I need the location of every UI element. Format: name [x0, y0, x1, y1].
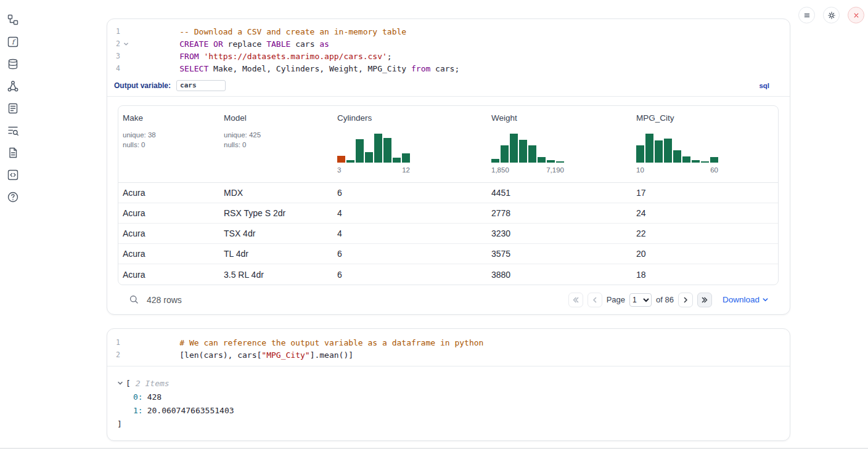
cell-model: TSX 4dr — [219, 229, 333, 238]
code-editor[interactable]: 1 -- Download a CSV and create an in-mem… — [107, 19, 790, 75]
column-label: MPG_City — [636, 113, 774, 123]
hamburger-icon — [802, 10, 812, 20]
next-page-button[interactable] — [678, 293, 693, 307]
last-page-button[interactable] — [697, 293, 712, 307]
left-toolbar: f — [0, 0, 26, 203]
document-icon — [7, 147, 19, 159]
sidebar-item-variables[interactable]: f — [7, 36, 19, 48]
histogram-bar[interactable] — [501, 145, 509, 163]
histogram-bar[interactable] — [346, 160, 354, 163]
histogram-bars[interactable] — [491, 129, 564, 163]
prev-page-button[interactable] — [588, 293, 602, 307]
code-token: SELECT — [179, 64, 208, 73]
table-row[interactable]: Acura MDX 6 4451 17 — [118, 183, 778, 203]
chevrons-left-icon — [572, 296, 579, 304]
histogram-bar[interactable] — [682, 156, 690, 163]
histogram-bar[interactable] — [664, 139, 672, 163]
network-graph-icon — [7, 80, 19, 92]
shutdown-button[interactable] — [848, 7, 864, 23]
histogram-bar[interactable] — [519, 140, 527, 163]
table-row[interactable]: Acura TSX 4dr 4 3230 22 — [118, 224, 778, 244]
settings-button[interactable] — [823, 7, 840, 23]
column-header-mpg-city[interactable]: MPG_City 10 60 — [632, 113, 778, 175]
chevrons-right-icon — [701, 296, 708, 304]
cell-mpg-city: 17 — [632, 188, 778, 198]
line-number: 2 — [112, 39, 120, 48]
collapse-toggle[interactable] — [117, 380, 125, 386]
language-badge[interactable]: sql — [759, 82, 769, 89]
cell-weight: 3880 — [487, 270, 632, 280]
table-header: Make unique: 38 nulls: 0 Model unique: 4… — [118, 106, 778, 183]
page-select[interactable]: 1 — [629, 293, 652, 307]
cell-weight: 2778 — [487, 208, 632, 218]
code-line[interactable]: 4 SELECT Make, Model, Cylinders, Weight,… — [107, 62, 790, 75]
data-table: Make unique: 38 nulls: 0 Model unique: 4… — [118, 105, 779, 285]
histogram-bar[interactable] — [402, 153, 410, 163]
code-token: ].mean()] — [310, 350, 353, 360]
download-button[interactable]: Download — [723, 295, 769, 304]
code-token: "MPG_City" — [261, 350, 309, 360]
sidebar-item-datasources[interactable] — [7, 58, 19, 70]
cell-cylinders: 4 — [333, 229, 487, 238]
cell-weight: 3230 — [487, 229, 632, 238]
chevron-right-icon — [682, 296, 689, 304]
sidebar-item-snippets[interactable] — [7, 169, 19, 181]
histogram-bars[interactable] — [636, 129, 718, 163]
cell-mpg-city: 22 — [632, 229, 778, 238]
histogram-bar[interactable] — [692, 160, 700, 163]
sidebar-item-help[interactable] — [7, 191, 19, 203]
output-variable-input[interactable] — [176, 80, 226, 91]
first-page-button[interactable] — [568, 293, 583, 307]
histogram-bar[interactable] — [547, 160, 555, 163]
line-number: 4 — [112, 64, 120, 73]
column-header-weight[interactable]: Weight 1,850 7,190 — [487, 113, 632, 175]
histogram-bar[interactable] — [538, 157, 546, 163]
fold-toggle[interactable] — [120, 41, 131, 47]
code-token: cars; — [430, 64, 459, 73]
sidebar-item-logs[interactable] — [7, 124, 19, 137]
list-search-icon — [7, 124, 19, 137]
axis-min: 1,850 — [491, 166, 509, 174]
code-editor[interactable]: 1 # We can reference the output variable… — [107, 329, 790, 366]
histogram-bar[interactable] — [556, 161, 564, 163]
histogram-bar[interactable] — [510, 134, 518, 163]
column-header-cylinders[interactable]: Cylinders 3 12 — [333, 113, 487, 175]
sidebar-item-file-explorer[interactable] — [7, 14, 19, 26]
histogram-bar[interactable] — [365, 152, 373, 163]
histogram-bar[interactable] — [528, 145, 536, 163]
search-icon — [129, 294, 139, 305]
histogram-bar[interactable] — [710, 157, 718, 163]
histogram-bar[interactable] — [636, 145, 644, 163]
column-header-make[interactable]: Make unique: 38 nulls: 0 — [118, 113, 219, 175]
histogram-bar[interactable] — [383, 138, 391, 163]
histogram-bar[interactable] — [645, 134, 653, 163]
table-row[interactable]: Acura TL 4dr 6 3575 20 — [118, 244, 778, 264]
histogram-axis: 1,850 7,190 — [491, 166, 564, 174]
histogram-bar[interactable] — [491, 159, 499, 163]
histogram-bar[interactable] — [655, 140, 663, 163]
search-button[interactable] — [126, 293, 141, 307]
menu-button[interactable] — [798, 7, 815, 23]
histogram-bar[interactable] — [337, 156, 345, 163]
page-label: Page — [607, 295, 625, 304]
file-tree-icon — [7, 14, 19, 26]
histogram-bar[interactable] — [356, 139, 364, 163]
line-number: 1 — [112, 338, 120, 347]
help-icon — [7, 191, 19, 203]
histogram-bar[interactable] — [374, 134, 382, 163]
table-row[interactable]: Acura RSX Type S 2dr 4 2778 24 — [118, 203, 778, 224]
table-row[interactable]: Acura 3.5 RL 4dr 6 3880 18 — [118, 264, 778, 285]
tree-entry: 0:428 — [117, 390, 780, 403]
sidebar-item-scratchpad[interactable] — [7, 102, 19, 115]
sidebar-item-documentation[interactable] — [7, 147, 19, 159]
histogram-axis: 3 12 — [337, 166, 410, 174]
histogram-bar[interactable] — [393, 158, 401, 163]
histogram-bar[interactable] — [701, 161, 709, 163]
histogram-bars[interactable] — [337, 129, 410, 163]
notepad-icon — [7, 102, 19, 115]
sidebar-item-dependencies[interactable] — [7, 80, 19, 92]
histogram-bar[interactable] — [673, 150, 681, 163]
column-header-model[interactable]: Model unique: 425 nulls: 0 — [219, 113, 333, 175]
code-token: from — [411, 64, 430, 73]
cell-make: Acura — [118, 270, 219, 280]
